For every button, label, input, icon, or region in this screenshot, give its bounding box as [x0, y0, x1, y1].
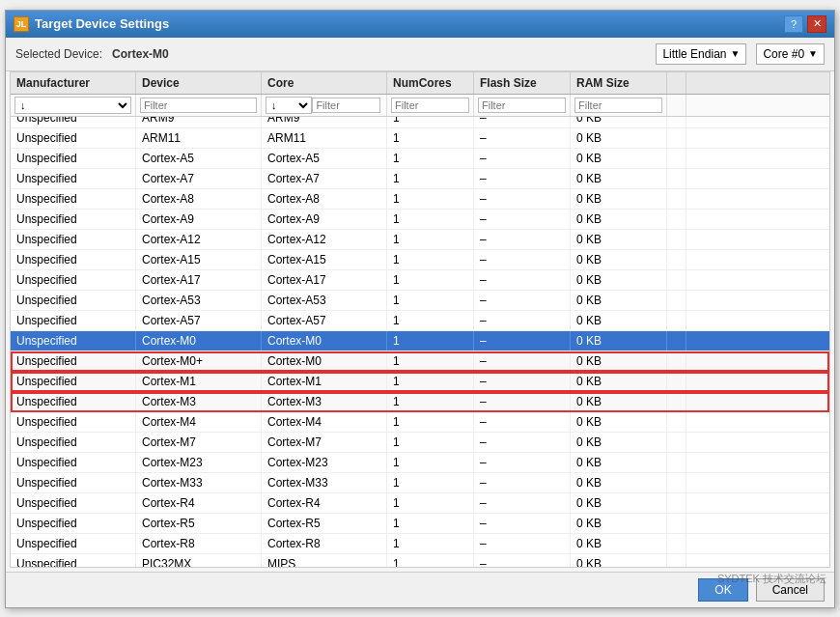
cell-ram: 0 KB — [571, 351, 667, 371]
table-row[interactable]: UnspecifiedCortex-M23Cortex-M231–0 KB — [11, 453, 829, 473]
table-row[interactable]: UnspecifiedCortex-A8Cortex-A81–0 KB — [11, 189, 829, 210]
cell-manufacturer: Unspecified — [11, 311, 136, 330]
cell-ram: 0 KB — [571, 169, 667, 188]
cell-manufacturer: Unspecified — [11, 270, 136, 290]
cell-device: Cortex-M0+ — [136, 351, 262, 371]
col-flash: Flash Size — [474, 72, 571, 94]
cell-device: Cortex-A57 — [136, 311, 262, 330]
cell-manufacturer: Unspecified — [11, 351, 136, 371]
cell-flash: – — [474, 210, 571, 229]
cell-flash: – — [474, 433, 571, 452]
cell-scroll — [667, 331, 686, 351]
cell-ram: 0 KB — [571, 331, 667, 351]
cell-manufacturer: Unspecified — [11, 169, 136, 188]
cell-scroll — [667, 372, 686, 391]
cell-device: ARM9 — [136, 117, 262, 127]
core-filter-select[interactable]: ↓ — [266, 97, 312, 114]
table-row[interactable]: UnspecifiedCortex-A9Cortex-A91–0 KB — [11, 210, 829, 230]
cell-flash: – — [474, 453, 571, 472]
filter-manufacturer-cell: ↓ — [11, 95, 136, 116]
table-row[interactable]: UnspecifiedCortex-M1Cortex-M11–0 KB — [11, 372, 829, 392]
ram-filter-input[interactable] — [574, 98, 662, 113]
device-filter-input[interactable] — [140, 98, 257, 113]
cell-scroll — [667, 230, 686, 249]
table-header: Manufacturer Device Core NumCores Flash … — [11, 72, 829, 95]
cell-device: Cortex-R5 — [136, 514, 262, 533]
table-row[interactable]: UnspecifiedCortex-A53Cortex-A531–0 KB — [11, 291, 829, 311]
selected-device-label: Selected Device: — [15, 47, 102, 61]
table-row[interactable]: UnspecifiedCortex-M0Cortex-M01–0 KB — [11, 331, 829, 351]
table-row[interactable]: UnspecifiedCortex-M7Cortex-M71–0 KB — [11, 433, 829, 453]
cell-core: Cortex-A12 — [262, 230, 387, 249]
cell-flash: – — [474, 351, 571, 371]
cell-scroll — [667, 169, 686, 188]
cell-core: Cortex-A57 — [262, 311, 387, 330]
cell-numcores: 1 — [387, 514, 474, 533]
cancel-button[interactable]: Cancel — [756, 578, 825, 602]
cell-device: ARM11 — [136, 128, 262, 148]
cell-device: Cortex-M7 — [136, 433, 262, 452]
cell-ram: 0 KB — [571, 230, 667, 249]
cell-ram: 0 KB — [571, 473, 667, 492]
cell-manufacturer: Unspecified — [11, 250, 136, 269]
ok-button[interactable]: OK — [698, 578, 747, 602]
cell-flash: – — [474, 372, 571, 391]
cell-numcores: 1 — [387, 534, 474, 553]
manufacturer-filter-select[interactable]: ↓ — [14, 97, 131, 114]
table-row[interactable]: UnspecifiedCortex-R5Cortex-R51–0 KB — [11, 514, 829, 534]
table-row[interactable]: UnspecifiedARM9ARM91–0 KB — [11, 117, 829, 128]
cell-manufacturer: Unspecified — [11, 117, 136, 127]
cell-scroll — [667, 473, 686, 492]
cell-numcores: 1 — [387, 311, 474, 330]
cell-ram: 0 KB — [571, 128, 667, 148]
title-bar: JL Target Device Settings ? ✕ — [6, 11, 834, 38]
help-button[interactable]: ? — [784, 15, 803, 33]
table-row[interactable]: UnspecifiedCortex-A15Cortex-A151–0 KB — [11, 250, 829, 270]
table-row[interactable]: UnspecifiedCortex-A5Cortex-A51–0 KB — [11, 149, 829, 169]
cell-manufacturer: Unspecified — [11, 453, 136, 472]
table-row[interactable]: UnspecifiedCortex-A17Cortex-A171–0 KB — [11, 270, 829, 291]
cell-numcores: 1 — [387, 189, 474, 209]
cell-core: MIPS — [262, 554, 387, 567]
cell-flash: – — [474, 473, 571, 492]
close-button[interactable]: ✕ — [807, 15, 826, 33]
cell-ram: 0 KB — [571, 189, 667, 209]
flash-filter-input[interactable] — [478, 98, 566, 113]
col-core: Core — [262, 72, 387, 94]
col-ram: RAM Size — [571, 72, 667, 94]
table-row[interactable]: UnspecifiedCortex-A12Cortex-A121–0 KB — [11, 230, 829, 250]
cell-core: ARM11 — [262, 128, 387, 148]
cell-device: Cortex-A8 — [136, 189, 262, 209]
core-filter-input[interactable] — [312, 98, 379, 113]
cell-scroll — [667, 554, 686, 567]
table-row[interactable]: UnspecifiedCortex-M3Cortex-M31–0 KB — [11, 392, 829, 412]
col-numcores: NumCores — [387, 72, 474, 94]
cell-manufacturer: Unspecified — [11, 473, 136, 492]
core-dropdown[interactable]: Core #0 ▼ — [756, 43, 825, 65]
table-row[interactable]: UnspecifiedCortex-M4Cortex-M41–0 KB — [11, 412, 829, 433]
table-row[interactable]: UnspecifiedCortex-A57Cortex-A571–0 KB — [11, 311, 829, 331]
numcores-filter-input[interactable] — [391, 98, 469, 113]
table-row[interactable]: UnspecifiedCortex-R4Cortex-R41–0 KB — [11, 493, 829, 514]
cell-ram: 0 KB — [571, 433, 667, 452]
cell-scroll — [667, 189, 686, 209]
cell-numcores: 1 — [387, 493, 474, 513]
table-row[interactable]: UnspecifiedCortex-R8Cortex-R81–0 KB — [11, 534, 829, 554]
table-row[interactable]: UnspecifiedARM11ARM111–0 KB — [11, 128, 829, 149]
cell-flash: – — [474, 331, 571, 351]
table-row[interactable]: UnspecifiedPIC32MXMIPS1–0 KB — [11, 554, 829, 567]
cell-numcores: 1 — [387, 554, 474, 567]
endian-dropdown[interactable]: Little Endian ▼ — [656, 43, 746, 65]
cell-scroll — [667, 392, 686, 411]
cell-numcores: 1 — [387, 473, 474, 492]
cell-ram: 0 KB — [571, 210, 667, 229]
filter-flash-cell — [474, 95, 571, 116]
filter-device-cell — [136, 95, 262, 116]
table-row[interactable]: UnspecifiedCortex-A7Cortex-A71–0 KB — [11, 169, 829, 189]
cell-flash: – — [474, 291, 571, 310]
cell-scroll — [667, 270, 686, 290]
table-row[interactable]: UnspecifiedCortex-M33Cortex-M331–0 KB — [11, 473, 829, 493]
cell-scroll — [667, 250, 686, 269]
cell-manufacturer: Unspecified — [11, 128, 136, 148]
table-row[interactable]: UnspecifiedCortex-M0+Cortex-M01–0 KB — [11, 351, 829, 372]
